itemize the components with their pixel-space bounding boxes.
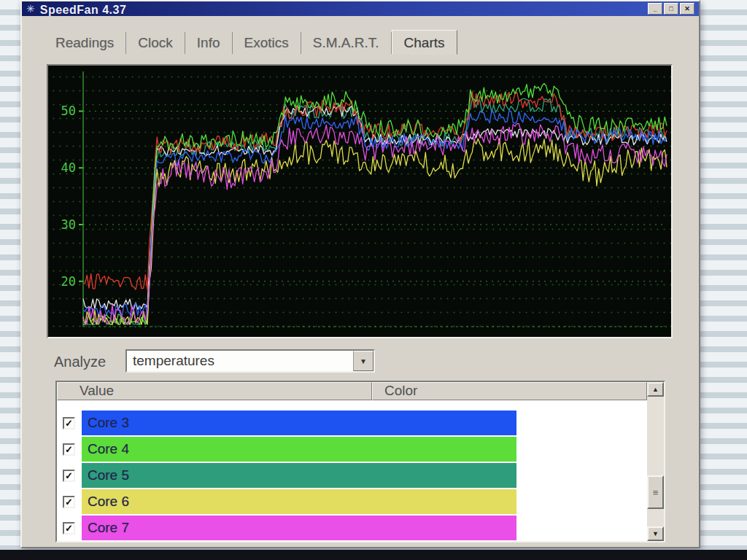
tab-charts[interactable]: Charts	[392, 30, 457, 55]
analyze-label: Analyze	[54, 354, 106, 370]
speedfan-logo-icon: ✳	[26, 1, 35, 16]
speedfan-window: ✳ SpeedFan 4.37 _ □ ✕ ReadingsClockInfoE…	[20, 0, 700, 548]
minimize-button[interactable]: _	[648, 3, 662, 15]
maximize-icon: □	[669, 5, 673, 12]
checkbox[interactable]: ✓	[63, 470, 75, 482]
scrollbar-thumb[interactable]: ≡	[647, 475, 664, 509]
tab-s-m-a-r-t[interactable]: S.M.A.R.T.	[301, 32, 392, 54]
scroll-down-icon: ▼	[652, 530, 659, 537]
chevron-down-icon: ▼	[360, 357, 367, 365]
tab-clock[interactable]: Clock	[126, 32, 185, 54]
list-item-core-5[interactable]: ✓Core 5	[63, 463, 664, 488]
analyze-dropdown-value: temperatures	[127, 353, 353, 369]
checkbox[interactable]: ✓	[63, 443, 75, 456]
tab-strip: ReadingsClockInfoExoticsS.M.A.R.T.Charts	[44, 29, 457, 54]
tab-exotics[interactable]: Exotics	[233, 32, 301, 54]
list-item-core-7[interactable]: ✓Core 7	[63, 516, 664, 540]
list-scrollbar[interactable]: ▲ ≡ ▼	[647, 382, 664, 541]
window-title: SpeedFan 4.37	[40, 1, 127, 16]
column-header-value[interactable]: Value	[57, 382, 372, 400]
tab-readings[interactable]: Readings	[44, 32, 126, 54]
scroll-down-button[interactable]: ▼	[647, 526, 664, 541]
list-item-core-3[interactable]: ✓Core 3	[63, 411, 664, 435]
row-label: Core 5	[88, 467, 129, 483]
scroll-up-button[interactable]: ▲	[647, 382, 664, 397]
window-controls: _ □ ✕	[648, 3, 694, 15]
sensor-list: Value Color ✓Core 3✓Core 4✓Core 5✓Core 6…	[55, 381, 665, 542]
tab-info[interactable]: Info	[185, 32, 233, 54]
list-rows: ✓Core 3✓Core 4✓Core 5✓Core 6✓Core 7	[57, 400, 664, 540]
chart-series-core-3	[83, 111, 667, 316]
list-item-core-4[interactable]: ✓Core 4	[63, 437, 664, 462]
svg-text:50: 50	[61, 104, 76, 118]
temperature-chart: 20304050	[47, 64, 673, 338]
checkbox[interactable]: ✓	[63, 417, 75, 429]
svg-text:30: 30	[61, 217, 76, 232]
chart-canvas: 20304050	[48, 66, 671, 337]
svg-text:20: 20	[61, 274, 76, 289]
svg-text:40: 40	[61, 160, 76, 175]
color-band: Core 4	[82, 437, 516, 462]
minimize-icon: _	[653, 5, 657, 12]
close-icon: ✕	[684, 5, 690, 12]
checkbox[interactable]: ✓	[63, 496, 75, 508]
chart-series-core-4	[83, 84, 667, 324]
row-label: Core 6	[88, 494, 129, 510]
column-header-color[interactable]: Color	[372, 382, 647, 400]
chart-series-core-6	[83, 139, 667, 324]
chart-series-unlabeled-2	[83, 92, 667, 290]
close-button[interactable]: ✕	[680, 3, 694, 15]
title-bar[interactable]: ✳ SpeedFan 4.37 _ □ ✕	[22, 1, 699, 16]
color-band: Core 7	[82, 516, 516, 540]
color-band: Core 5	[82, 463, 516, 488]
color-band: Core 6	[82, 489, 516, 514]
dropdown-button[interactable]: ▼	[353, 351, 374, 371]
scroll-up-icon: ▲	[652, 386, 659, 393]
list-item-core-6[interactable]: ✓Core 6	[63, 489, 664, 514]
analyze-dropdown[interactable]: temperatures ▼	[125, 349, 375, 373]
thumb-grip-icon: ≡	[653, 487, 659, 498]
row-label: Core 3	[88, 415, 129, 431]
row-label: Core 4	[88, 441, 129, 457]
list-header: Value Color	[57, 382, 647, 400]
color-band: Core 3	[82, 411, 516, 435]
checkbox[interactable]: ✓	[63, 522, 75, 534]
maximize-button[interactable]: □	[664, 3, 678, 15]
photo-bottom-edge	[0, 550, 747, 560]
row-label: Core 7	[88, 520, 129, 536]
